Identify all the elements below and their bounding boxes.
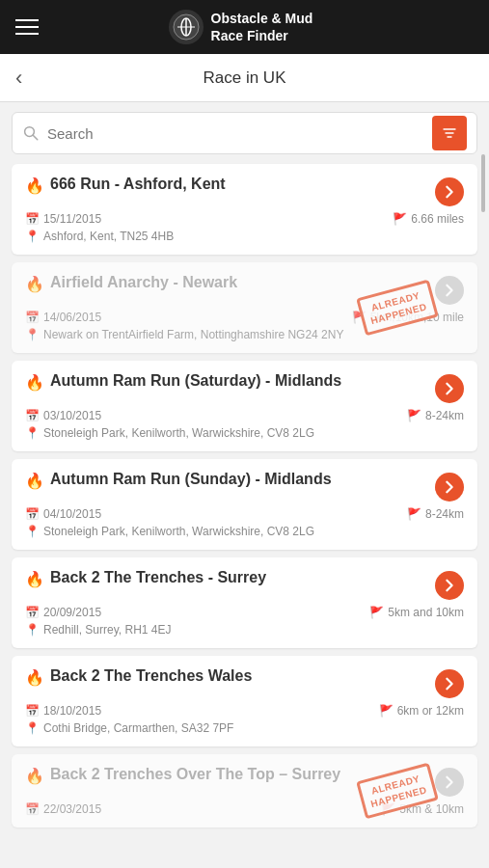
race-distance-group: 🚩 6.66 miles (393, 212, 464, 226)
race-location: 📍 Stoneleigh Park, Kenilworth, Warwicksh… (25, 525, 464, 538)
race-title-row: 🔥 Back 2 Trenches Over The Top – Surrey (25, 766, 464, 797)
page-title: Race in UK (204, 68, 286, 88)
race-location: 📍 Cothi Bridge, Carmarthen, SA32 7PF (25, 721, 464, 735)
race-date: 04/10/2015 (43, 507, 101, 521)
race-detail-button[interactable] (435, 177, 464, 206)
race-date: 03/10/2015 (43, 409, 101, 422)
race-card[interactable]: 🔥 666 Run - Ashford, Kent 📅 15/11/2015 🚩… (12, 164, 477, 255)
fire-icon: 🔥 (25, 570, 44, 588)
subheader: ‹ Race in UK (0, 54, 489, 102)
hamburger-menu[interactable] (15, 19, 39, 35)
race-distance: 5km and 10km (388, 606, 464, 619)
fire-icon: 🔥 (25, 373, 44, 392)
race-list: 🔥 666 Run - Ashford, Kent 📅 15/11/2015 🚩… (0, 164, 489, 827)
pin-icon: 📍 (25, 721, 40, 735)
chevron-right-icon (445, 579, 454, 592)
race-detail-button[interactable] (435, 768, 464, 797)
chevron-right-icon (445, 284, 454, 297)
race-address: Stoneleigh Park, Kenilworth, Warwickshir… (43, 525, 314, 538)
race-date: 14/06/2015 (43, 311, 101, 324)
race-date-group: 📅 22/03/2015 (25, 802, 101, 816)
race-distance: 5km & 10km (399, 802, 464, 816)
calendar-icon: 📅 (25, 409, 40, 422)
race-detail-button[interactable] (435, 374, 464, 403)
race-meta: 📅 03/10/2015 🚩 8-24km (25, 409, 464, 422)
race-date: 15/11/2015 (43, 212, 101, 226)
chevron-right-icon (445, 480, 454, 494)
calendar-icon: 📅 (25, 802, 40, 816)
race-address: Cothi Bridge, Carmarthen, SA32 7PF (43, 721, 233, 735)
race-distance-group: 🚩 8-24km (407, 409, 464, 422)
race-detail-button[interactable] (435, 669, 464, 698)
race-distance-group: 🚩 5km and 10km (369, 606, 464, 619)
race-date-group: 📅 14/06/2015 (25, 311, 101, 324)
race-distance: 8-24km (425, 409, 464, 422)
race-card[interactable]: 🔥 Autumn Ram Run (Sunday) - Midlands 📅 0… (12, 459, 477, 550)
race-date: 22/03/2015 (43, 802, 101, 816)
race-location: 📍 Ashford, Kent, TN25 4HB (25, 230, 464, 243)
race-card[interactable]: 🔥 Back 2 The Trenches - Surrey 📅 20/09/2… (12, 557, 477, 648)
race-detail-button[interactable] (435, 276, 464, 305)
fire-icon: 🔥 (25, 472, 44, 490)
race-card[interactable]: 🔥 Autumn Ram Run (Saturday) - Midlands 📅… (12, 361, 477, 451)
race-name: 🔥 Back 2 Trenches Over The Top – Surrey (25, 766, 427, 785)
race-meta: 📅 20/09/2015 🚩 5km and 10km (25, 606, 464, 619)
race-location: 📍 Redhill, Surrey, RH1 4EJ (25, 623, 464, 637)
race-date-group: 📅 03/10/2015 (25, 409, 101, 422)
race-name: 🔥 Autumn Ram Run (Saturday) - Midlands (25, 372, 427, 392)
app-header: Obstacle & MudRace Finder (0, 0, 489, 54)
race-distance-group: 🚩 8-24km (407, 507, 464, 521)
race-distance-group: 🚩 6km or 12km (379, 704, 464, 718)
search-icon (22, 124, 40, 142)
back-button[interactable]: ‹ (15, 68, 22, 89)
filter-icon (442, 125, 457, 141)
race-date: 18/10/2015 (43, 704, 101, 718)
race-name: 🔥 666 Run - Ashford, Kent (25, 176, 427, 195)
race-distance-group: 🚩 5km,10km,10 mile (352, 311, 464, 324)
race-title-row: 🔥 666 Run - Ashford, Kent (25, 176, 464, 206)
fire-icon: 🔥 (25, 767, 44, 785)
race-card[interactable]: 🔥 Airfield Anarchy - Newark 📅 14/06/2015… (12, 262, 477, 353)
calendar-icon: 📅 (25, 606, 40, 619)
race-title-row: 🔥 Back 2 The Trenches - Surrey (25, 569, 464, 600)
flag-icon: 🚩 (407, 409, 421, 422)
race-address: Redhill, Surrey, RH1 4EJ (43, 623, 172, 637)
fire-icon: 🔥 (25, 275, 44, 293)
flag-icon: 🚩 (393, 212, 407, 226)
race-card[interactable]: 🔥 Back 2 The Trenches Wales 📅 18/10/2015… (12, 656, 477, 746)
pin-icon: 📍 (25, 525, 40, 538)
calendar-icon: 📅 (25, 311, 40, 324)
calendar-icon: 📅 (25, 212, 40, 226)
race-detail-button[interactable] (435, 571, 464, 600)
flag-icon: 🚩 (407, 507, 421, 521)
race-detail-button[interactable] (435, 473, 464, 502)
race-distance: 5km,10km,10 mile (370, 311, 464, 324)
search-input[interactable] (40, 125, 426, 142)
pin-icon: 📍 (25, 623, 40, 637)
brand-name: Obstacle & MudRace Finder (211, 10, 313, 44)
filter-button[interactable] (432, 116, 467, 150)
race-distance: 8-24km (425, 507, 464, 521)
flag-icon: 🚩 (369, 606, 384, 619)
race-name: 🔥 Autumn Ram Run (Sunday) - Midlands (25, 471, 427, 490)
pin-icon: 📍 (25, 426, 40, 440)
race-card[interactable]: 🔥 Back 2 Trenches Over The Top – Surrey … (12, 754, 477, 827)
race-distance: 6km or 12km (397, 704, 464, 718)
scrollbar (481, 154, 485, 212)
race-date: 20/09/2015 (43, 606, 101, 619)
race-date-group: 📅 18/10/2015 (25, 704, 101, 718)
fire-icon: 🔥 (25, 176, 44, 195)
flag-icon: 🚩 (352, 311, 367, 324)
chevron-right-icon (445, 775, 454, 789)
brand: Obstacle & MudRace Finder (169, 10, 313, 44)
chevron-right-icon (445, 382, 454, 395)
search-bar-container (12, 112, 477, 154)
race-meta: 📅 18/10/2015 🚩 6km or 12km (25, 704, 464, 718)
race-meta: 📅 04/10/2015 🚩 8-24km (25, 507, 464, 521)
chevron-right-icon (445, 677, 454, 691)
race-address: Stoneleigh Park, Kenilworth, Warwickshir… (43, 426, 314, 440)
pin-icon: 📍 (25, 328, 40, 341)
pin-icon: 📍 (25, 230, 40, 243)
race-location: 📍 Newark on TrentAirfield Farm, Nottingh… (25, 328, 464, 341)
race-name: 🔥 Back 2 The Trenches Wales (25, 667, 427, 687)
